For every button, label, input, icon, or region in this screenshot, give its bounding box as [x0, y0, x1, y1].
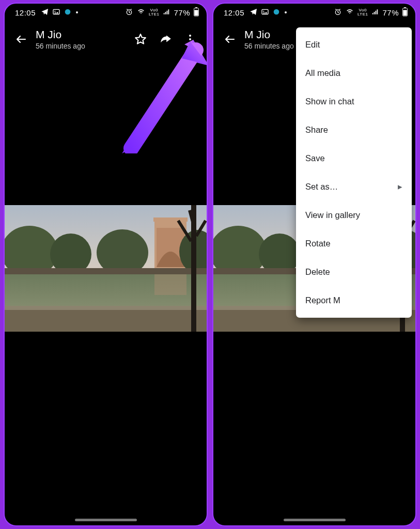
svg-rect-18 — [5, 268, 207, 274]
signal-icon — [162, 8, 170, 17]
svg-rect-34 — [403, 10, 407, 15]
phone-screenshot-right: 12:05 Vo0LTE1 77% M Jio 56 minutes ago — [212, 3, 416, 526]
back-button[interactable] — [9, 27, 34, 52]
submenu-chevron-icon: ▸ — [398, 182, 402, 192]
status-bar: 12:05 Vo0LTE1 77% — [5, 4, 207, 21]
svg-point-1 — [54, 10, 55, 11]
home-indicator[interactable] — [75, 519, 137, 521]
phone-screenshot-left: 12:05 Vo0LTE1 77% M Jio 56 minutes ago — [4, 3, 208, 526]
svg-rect-20 — [154, 274, 186, 295]
overflow-menu: Edit All media Show in chat Share Save S… — [296, 27, 412, 318]
menu-item-view-in-gallery[interactable]: View in gallery — [296, 201, 412, 229]
svg-rect-6 — [194, 10, 198, 15]
menu-item-set-as[interactable]: Set as…▸ — [296, 173, 412, 201]
wifi-icon — [136, 8, 146, 17]
svg-rect-22 — [5, 306, 207, 310]
menu-item-report[interactable]: Report M — [296, 286, 412, 315]
svg-rect-5 — [195, 7, 197, 8]
app-bar: M Jio 56 minutes ago — [5, 21, 207, 57]
svg-marker-26 — [122, 138, 141, 153]
battery-percent: 77% — [174, 8, 190, 17]
menu-item-edit[interactable]: Edit — [296, 30, 412, 59]
forward-button[interactable] — [153, 27, 178, 52]
svg-rect-13 — [153, 217, 188, 222]
alarm-icon — [125, 8, 133, 18]
svg-rect-21 — [5, 308, 207, 332]
menu-item-delete[interactable]: Delete — [296, 258, 412, 286]
signal-icon — [371, 8, 379, 17]
notification-overflow-dot — [285, 11, 287, 13]
svg-point-29 — [263, 10, 264, 11]
svg-point-8 — [189, 38, 191, 40]
menu-item-save[interactable]: Save — [296, 144, 412, 173]
menu-item-label: All media — [305, 68, 340, 78]
contact-name: M Jio — [36, 28, 128, 41]
svg-point-7 — [189, 35, 191, 37]
notification-overflow-dot — [76, 11, 78, 13]
menu-item-label: Show in chat — [305, 97, 354, 106]
home-indicator[interactable] — [284, 519, 346, 521]
battery-percent: 77% — [382, 8, 399, 17]
media-image[interactable] — [5, 205, 207, 332]
svg-point-2 — [65, 9, 71, 14]
alarm-icon — [334, 8, 342, 18]
back-button[interactable] — [217, 27, 242, 52]
menu-item-label: Edit — [305, 40, 320, 50]
wifi-icon — [345, 8, 354, 17]
menu-item-label: Set as… — [305, 182, 338, 192]
menu-item-rotate[interactable]: Rotate — [296, 229, 412, 258]
status-clock: 12:05 — [15, 8, 36, 17]
menu-item-label: Report M — [305, 295, 340, 305]
more-options-button[interactable] — [178, 27, 203, 52]
title-block[interactable]: M Jio 56 minutes ago — [36, 28, 128, 50]
status-bar: 12:05 Vo0LTE1 77% — [213, 4, 415, 21]
battery-icon — [402, 7, 408, 18]
svg-point-30 — [274, 9, 279, 14]
menu-item-label: Save — [305, 153, 325, 163]
svg-rect-33 — [404, 7, 406, 8]
menu-item-label: Delete — [305, 267, 330, 277]
hc-badge-icon — [272, 8, 281, 18]
menu-item-all-media[interactable]: All media — [296, 59, 412, 87]
svg-point-9 — [189, 42, 191, 44]
lte-indicator: Vo0LTE1 — [357, 8, 368, 17]
telegram-icon — [41, 8, 49, 18]
status-clock: 12:05 — [224, 8, 244, 17]
picture-icon — [261, 8, 269, 18]
picture-icon — [52, 8, 60, 18]
hc-badge-icon — [64, 8, 72, 18]
menu-item-label: View in gallery — [305, 210, 360, 220]
telegram-icon — [250, 8, 258, 18]
menu-item-label: Rotate — [305, 239, 331, 248]
menu-item-label: Share — [305, 125, 328, 135]
media-timestamp: 56 minutes ago — [36, 42, 128, 50]
battery-icon — [193, 7, 199, 18]
lte-indicator: Vo0LTE1 — [149, 8, 160, 17]
menu-item-show-in-chat[interactable]: Show in chat — [296, 87, 412, 116]
star-button[interactable] — [128, 27, 153, 52]
menu-item-share[interactable]: Share — [296, 116, 412, 144]
